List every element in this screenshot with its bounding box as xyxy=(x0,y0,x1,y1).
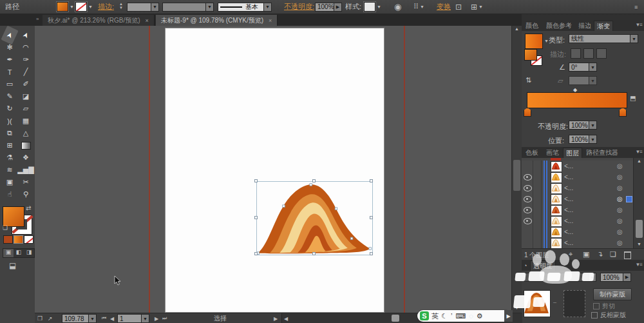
layer-label[interactable]: <... xyxy=(564,173,573,181)
mesh-tool[interactable]: ⊞ xyxy=(2,139,17,152)
ime-language-mode[interactable]: 英 xyxy=(431,311,439,321)
object-thumbnail[interactable] xyxy=(524,290,551,317)
stroke-across-icon[interactable] xyxy=(596,48,607,59)
more-options-icon[interactable]: ⊞▼ xyxy=(471,2,483,12)
layer-row-1[interactable]: <...◎ xyxy=(522,161,633,172)
rectangle-tool[interactable]: ▭ xyxy=(2,78,17,90)
layer-row-7[interactable]: <...◎ xyxy=(522,226,633,238)
status-expand-icon[interactable]: ▶ xyxy=(274,314,278,323)
lasso-tool[interactable]: ◠ xyxy=(18,41,33,54)
layer-label[interactable]: <... xyxy=(564,239,573,246)
align-options-icon[interactable]: ⠿▼ xyxy=(413,2,424,12)
layer-row-6[interactable]: <...◎ xyxy=(522,215,633,227)
gradient-slider-bar[interactable] xyxy=(527,92,627,108)
document-tab-active[interactable]: 未标题-9* @ 109.78% (CMYK/预览) × xyxy=(156,15,278,26)
selection-handle[interactable] xyxy=(370,252,373,255)
gradient-angle-combo[interactable]: 0° ▼ xyxy=(569,63,597,72)
style-swatch[interactable]: ▼ xyxy=(364,2,381,12)
tab-pathfinder[interactable]: 路径查找器 xyxy=(583,148,621,158)
delete-layer-icon[interactable] xyxy=(624,251,631,259)
paintbrush-tool[interactable]: ✐ xyxy=(18,78,33,90)
layer-label[interactable]: <... xyxy=(564,217,573,224)
swap-fill-stroke-icon[interactable]: ⇄ xyxy=(26,204,31,211)
layer-label[interactable]: <... xyxy=(564,206,573,213)
gradient-stop-right[interactable] xyxy=(619,108,627,117)
scroll-down-icon[interactable]: ▼ xyxy=(637,242,641,246)
layer-row-4[interactable]: <...◎ xyxy=(522,193,633,205)
layer-label[interactable]: <... xyxy=(564,184,573,191)
panel-menu-icon[interactable]: ▼≡ xyxy=(635,149,642,155)
close-icon[interactable]: × xyxy=(146,17,149,24)
selection-handle[interactable] xyxy=(254,216,258,219)
type-tool[interactable]: T xyxy=(2,66,17,78)
target-circle-icon[interactable]: ◎ xyxy=(617,239,623,246)
close-icon[interactable]: × xyxy=(269,17,272,24)
scroll-down-icon[interactable]: ▼ xyxy=(515,306,519,310)
target-circle-icon[interactable]: ◎ xyxy=(617,184,623,191)
skin-icon[interactable]: ◌ xyxy=(469,312,473,320)
symbol-sprayer-tool[interactable]: ≋ xyxy=(2,164,17,176)
width-profile-combo[interactable]: ▼ xyxy=(162,2,214,12)
clipping-mask-icon[interactable]: ▣ xyxy=(583,250,589,259)
ime-expand-icon[interactable]: ▶ xyxy=(504,310,513,322)
stroke-within-icon[interactable] xyxy=(571,48,581,59)
visibility-eye-icon[interactable] xyxy=(524,196,532,202)
vertical-scrollbar[interactable]: ▲ ▼ xyxy=(511,26,522,313)
stroke-weight-combo[interactable]: ▼ xyxy=(127,2,159,12)
mini-fill-indicator[interactable] xyxy=(524,49,537,61)
layer-row-5[interactable]: <...◎ xyxy=(522,204,633,216)
draw-behind-icon[interactable]: ◧ xyxy=(14,249,24,257)
scroll-up-icon[interactable]: ▲ xyxy=(515,26,519,31)
shape-builder-tool[interactable]: ⧉ xyxy=(2,127,17,139)
invert-mask-checkbox[interactable]: 反相蒙版 xyxy=(591,311,626,320)
width-tool[interactable]: )( xyxy=(2,115,17,127)
none-mode-button[interactable] xyxy=(24,235,33,244)
target-circle-icon[interactable]: ◎ xyxy=(617,228,623,235)
layers-scroll-thumb[interactable] xyxy=(636,220,643,238)
sogou-logo-icon[interactable]: S xyxy=(420,311,429,320)
keyboard-icon[interactable]: ⌨ xyxy=(455,312,466,320)
screen-mode-icon[interactable]: ⬓ xyxy=(9,261,16,270)
moon-icon[interactable]: ☾ xyxy=(441,312,448,320)
fill-color-swatch[interactable]: ▼ xyxy=(57,2,74,12)
launch-bridge-icon[interactable]: ↗ xyxy=(48,314,53,323)
next-artboard-icon[interactable]: ▶ xyxy=(155,314,158,323)
horizontal-scroll-thumb[interactable] xyxy=(392,315,399,322)
panel-menu-icon[interactable]: ▼≡ xyxy=(635,262,642,268)
pen-tool[interactable]: ✒ xyxy=(2,54,17,66)
selection-handle[interactable] xyxy=(254,179,258,182)
line-segment-tool[interactable]: ╱ xyxy=(18,66,33,78)
ime-toolbar[interactable]: S 英 ☾’⌨◌⚙ xyxy=(417,310,507,322)
reverse-gradient-icon[interactable]: ⇅ xyxy=(526,76,531,84)
scale-tool[interactable]: ▱ xyxy=(18,103,33,115)
tab-transparency[interactable]: 透明度 xyxy=(530,260,556,271)
make-mask-button[interactable]: 制作蒙版 xyxy=(593,288,632,300)
layer-row-3[interactable]: <...◎ xyxy=(522,182,633,194)
stroke-panel-link[interactable]: 描边: xyxy=(98,2,114,12)
stroke-gradient-buttons[interactable] xyxy=(571,48,607,59)
eyedropper-tool[interactable]: ⚗ xyxy=(2,152,17,164)
visibility-eye-icon[interactable] xyxy=(524,218,532,224)
layer-row-2[interactable]: <...◎ xyxy=(522,171,633,183)
target-circle-icon[interactable]: ◎ xyxy=(617,195,623,202)
canvas-area[interactable] xyxy=(35,26,511,313)
layer-label[interactable]: <... xyxy=(564,162,573,170)
tab-gradient[interactable]: 渐变 xyxy=(594,21,613,32)
blend-tool[interactable]: ❖ xyxy=(18,152,33,164)
prev-artboard-icon[interactable]: ◀ xyxy=(110,314,114,323)
panel-menu-icon[interactable]: ▼≡ xyxy=(635,22,642,28)
stroke-color-swatch[interactable]: ▼ xyxy=(75,2,93,12)
selection-handle[interactable] xyxy=(312,179,316,182)
gradient-stop-left[interactable] xyxy=(524,108,531,117)
opacity-link[interactable]: 不透明度: xyxy=(284,2,314,12)
hand-tool[interactable]: ☝ xyxy=(2,188,17,201)
tab-color-guide[interactable]: 颜色参考 xyxy=(544,21,574,31)
stop-opacity-combo[interactable]: 100% ▼ xyxy=(569,121,597,130)
slice-tool[interactable]: ✂ xyxy=(18,176,33,188)
selection-handle[interactable] xyxy=(370,179,373,182)
stroke-weight-stepper[interactable]: ▲▼ xyxy=(119,2,123,12)
target-circle-icon[interactable]: ◎ xyxy=(617,173,623,181)
gradient-type-dropdown[interactable]: 线性 ▼ xyxy=(569,34,638,43)
stroke-along-icon[interactable] xyxy=(583,48,594,59)
draw-inside-icon[interactable]: ◨ xyxy=(24,249,34,257)
